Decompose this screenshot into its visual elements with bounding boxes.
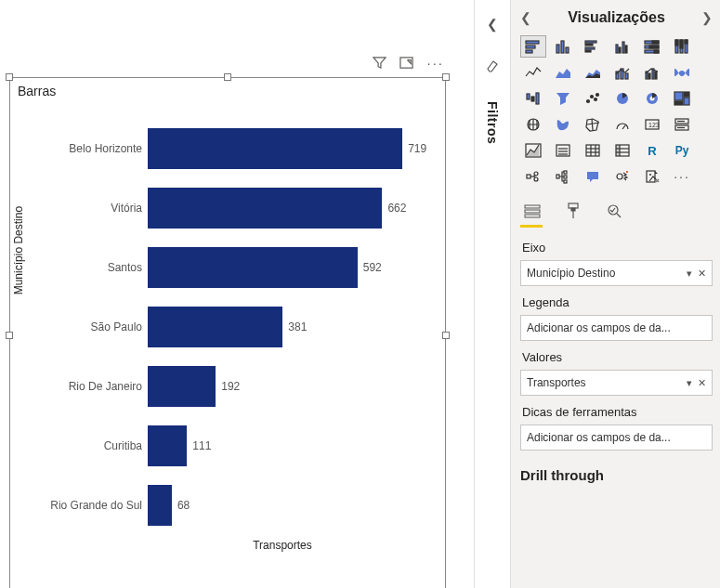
- smart-narrative-icon[interactable]: [609, 165, 635, 188]
- svg-rect-8: [585, 44, 593, 46]
- chart-title: Barras: [18, 84, 438, 98]
- decomposition-tree-icon[interactable]: [550, 165, 576, 188]
- svg-point-38: [591, 96, 594, 98]
- bar-row[interactable]: Vitória662: [44, 178, 438, 238]
- resize-handle[interactable]: [6, 332, 13, 339]
- bar-value-label: 192: [216, 380, 240, 393]
- donut-chart-icon[interactable]: [639, 87, 665, 110]
- bar-category-label: Belo Horizonte: [44, 142, 148, 155]
- focus-mode-icon[interactable]: [399, 56, 413, 72]
- map-icon[interactable]: [520, 113, 546, 136]
- python-visual-icon[interactable]: Py: [669, 139, 695, 162]
- chevron-down-icon[interactable]: ▾: [687, 268, 692, 280]
- svg-rect-9: [585, 47, 595, 49]
- scatter-chart-icon[interactable]: [580, 87, 606, 110]
- values-field-value: Transportes: [527, 376, 586, 389]
- funnel-chart-icon[interactable]: [550, 87, 576, 110]
- stacked-bar-chart-icon[interactable]: [520, 35, 546, 58]
- key-influencers-icon[interactable]: [520, 165, 546, 188]
- line-clustered-column-icon[interactable]: [639, 61, 665, 84]
- analytics-tab-icon[interactable]: [604, 201, 624, 221]
- svg-rect-5: [561, 41, 564, 53]
- bar-row[interactable]: Rio Grande do Sul68: [44, 476, 438, 535]
- more-visuals-icon[interactable]: ···: [669, 165, 695, 188]
- fields-tab-icon[interactable]: [522, 201, 543, 221]
- clustered-column-chart-icon[interactable]: [609, 35, 635, 58]
- filled-map-icon[interactable]: [550, 113, 576, 136]
- resize-handle[interactable]: [442, 73, 450, 81]
- qna-visual-icon[interactable]: [580, 165, 606, 188]
- waterfall-chart-icon[interactable]: [520, 87, 546, 110]
- stacked-column-chart-icon[interactable]: [550, 35, 576, 58]
- svg-rect-24: [680, 40, 683, 48]
- hundred-stacked-bar-icon[interactable]: [639, 35, 665, 58]
- resize-handle[interactable]: [6, 73, 13, 81]
- shape-map-icon[interactable]: [580, 113, 606, 136]
- chart-visual-frame[interactable]: Barras Município Destino Belo Horizonte7…: [9, 77, 446, 588]
- bar-category-label: Rio De Janeiro: [44, 380, 148, 393]
- card-icon[interactable]: 123: [639, 113, 665, 136]
- matrix-icon[interactable]: [609, 139, 635, 162]
- kpi-icon[interactable]: [520, 139, 546, 162]
- bar-row[interactable]: Belo Horizonte719: [44, 119, 438, 178]
- more-options-icon[interactable]: ···: [426, 56, 444, 72]
- svg-point-40: [596, 94, 599, 97]
- values-field-well[interactable]: Transportes ▾ ✕: [520, 370, 713, 396]
- svg-rect-44: [674, 92, 683, 100]
- svg-rect-6: [566, 47, 569, 53]
- bar-fill: [148, 307, 282, 347]
- svg-rect-73: [556, 175, 559, 178]
- axis-field-value: Município Destino: [527, 267, 615, 280]
- clustered-bar-chart-icon[interactable]: [580, 35, 606, 58]
- remove-field-icon[interactable]: ✕: [698, 377, 706, 389]
- bar-row[interactable]: Curitiba111: [44, 416, 438, 476]
- line-stacked-column-icon[interactable]: [609, 61, 635, 84]
- bar-row[interactable]: São Paulo381: [44, 297, 438, 357]
- y-axis-label: Município Destino: [12, 206, 25, 294]
- filters-pane-collapsed[interactable]: ❮ Filtros: [474, 0, 511, 588]
- table-icon[interactable]: [580, 139, 606, 162]
- format-tab-icon[interactable]: [563, 201, 583, 221]
- pie-chart-icon[interactable]: [609, 87, 635, 110]
- remove-field-icon[interactable]: ✕: [698, 268, 706, 280]
- r-visual-icon[interactable]: R: [639, 139, 665, 162]
- collapse-viz-pane-icon[interactable]: ❮: [520, 10, 531, 25]
- bar-value-label: 719: [402, 142, 426, 155]
- svg-rect-12: [619, 47, 621, 53]
- svg-rect-13: [622, 42, 624, 53]
- bar-row[interactable]: Santos592: [44, 238, 438, 297]
- legend-field-well[interactable]: Adicionar os campos de da...: [520, 315, 713, 341]
- stacked-area-chart-icon[interactable]: [580, 61, 606, 84]
- svg-point-39: [595, 98, 597, 101]
- bar-value-label: 68: [172, 499, 190, 512]
- line-chart-icon[interactable]: [520, 61, 546, 84]
- filters-rail-label: Filtros: [485, 101, 500, 144]
- paginated-report-icon[interactable]: [639, 165, 665, 188]
- svg-rect-18: [649, 46, 659, 48]
- gauge-icon[interactable]: [609, 113, 635, 136]
- expand-viz-pane-icon[interactable]: ❯: [701, 10, 713, 25]
- slicer-icon[interactable]: [550, 139, 576, 162]
- tooltips-well-label: Dicas de ferramentas: [522, 405, 713, 419]
- filter-icon[interactable]: [373, 56, 386, 72]
- area-chart-icon[interactable]: [550, 61, 576, 84]
- multi-row-card-icon[interactable]: [669, 113, 695, 136]
- hundred-stacked-column-icon[interactable]: [669, 35, 695, 58]
- svg-rect-60: [586, 145, 599, 156]
- ribbon-chart-icon[interactable]: [669, 61, 695, 84]
- svg-rect-4: [556, 45, 559, 53]
- x-axis-label: Transportes: [44, 539, 438, 552]
- chevron-down-icon[interactable]: ▾: [687, 377, 692, 389]
- svg-rect-74: [564, 171, 567, 174]
- resize-handle[interactable]: [442, 332, 450, 339]
- eraser-icon[interactable]: [485, 58, 500, 75]
- axis-field-well[interactable]: Município Destino ▾ ✕: [520, 260, 713, 286]
- bar-value-label: 592: [358, 261, 382, 274]
- treemap-chart-icon[interactable]: [669, 87, 695, 110]
- legend-well-label: Legenda: [522, 295, 713, 309]
- bar-row[interactable]: Rio De Janeiro192: [44, 357, 438, 416]
- svg-rect-36: [536, 93, 539, 104]
- tooltips-field-well[interactable]: Adicionar os campos de da...: [520, 425, 713, 451]
- resize-handle[interactable]: [224, 73, 231, 81]
- expand-filters-icon[interactable]: ❮: [487, 17, 498, 32]
